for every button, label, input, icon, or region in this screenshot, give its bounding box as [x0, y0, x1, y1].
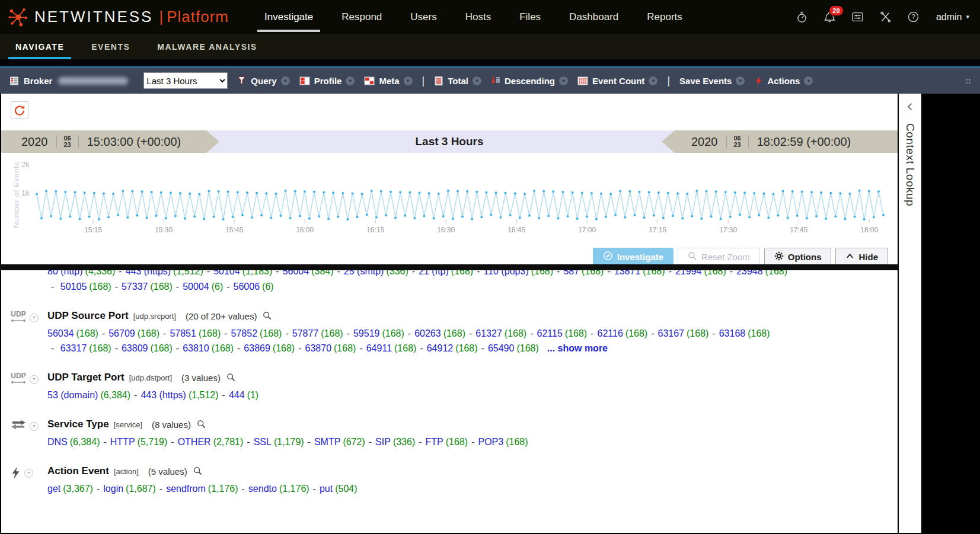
meta-group-title[interactable]: UDP Target Port — [47, 372, 125, 383]
meta-value-count[interactable]: (168) — [687, 328, 708, 338]
group-chevron-icon[interactable]: ▾ — [30, 375, 39, 384]
top-nav-item-respond[interactable]: Respond — [327, 0, 396, 34]
toolbar-query-button[interactable]: Query▾ — [237, 76, 289, 86]
meta-value-link[interactable]: 64911 — [366, 343, 392, 353]
meta-value-link[interactable]: put — [320, 484, 333, 494]
meta-value-link[interactable]: 57852 — [231, 328, 258, 338]
timer-icon[interactable] — [796, 11, 808, 23]
meta-value-count[interactable]: (672) — [343, 437, 365, 447]
meta-value-link[interactable]: 23948 — [736, 270, 763, 276]
start-time[interactable]: 15:03:00 (+00:00) — [79, 135, 189, 149]
meta-value-count[interactable]: (1,183) — [242, 270, 273, 276]
meta-value-count[interactable]: (1,512) — [173, 270, 203, 276]
meta-value-count[interactable]: (384) — [311, 270, 333, 276]
meta-value-count[interactable]: (168) — [150, 282, 172, 292]
meta-value-count[interactable]: (168) — [765, 270, 787, 276]
search-icon[interactable] — [263, 311, 272, 321]
meta-value-link[interactable]: 57877 — [292, 328, 319, 338]
help-icon[interactable]: ? — [907, 11, 920, 23]
meta-value-count[interactable]: (2,781) — [213, 437, 244, 447]
meta-value-link[interactable]: 50105 — [60, 282, 87, 292]
meta-value-link[interactable]: POP3 — [478, 437, 503, 447]
toolbar-profile-button[interactable]: Profile▾ — [299, 76, 355, 86]
meta-value-link[interactable]: get — [47, 484, 60, 494]
end-month-day[interactable]: 06 23 — [726, 135, 749, 148]
meta-value-count[interactable]: (168) — [748, 328, 770, 338]
meta-value-link[interactable]: 56034 — [47, 328, 74, 338]
meta-value-link[interactable]: 57851 — [170, 328, 196, 338]
start-month-day[interactable]: 06 23 — [56, 135, 79, 148]
start-year[interactable]: 2020 — [13, 135, 56, 149]
search-icon[interactable] — [197, 420, 206, 429]
meta-value-link[interactable]: 50004 — [183, 282, 209, 292]
meta-value-link[interactable]: 50104 — [213, 270, 240, 276]
meta-value-count[interactable]: (3,367) — [63, 484, 93, 494]
group-chevron-icon[interactable]: ▾ — [30, 422, 39, 431]
meta-group-title[interactable]: UDP Source Port — [47, 310, 129, 322]
meta-value-count[interactable]: (168) — [76, 328, 98, 338]
toolbar-save-events-button[interactable]: Save Events▾ — [679, 76, 745, 86]
top-nav-item-files[interactable]: Files — [505, 0, 555, 34]
meta-value-count[interactable]: (1,179) — [274, 437, 304, 447]
meta-value-count[interactable]: (168) — [273, 343, 295, 353]
meta-value-link[interactable]: FTP — [426, 437, 443, 447]
toolbar-meta-button[interactable]: Meta▾ — [364, 76, 412, 86]
meta-value-count[interactable]: (4,336) — [85, 270, 116, 276]
show-more-link[interactable]: ... show more — [547, 343, 608, 353]
meta-value-count[interactable]: (6,384) — [70, 437, 100, 447]
meta-value-count[interactable]: (168) — [643, 270, 665, 276]
group-chevron-icon[interactable]: ▾ — [24, 469, 33, 478]
meta-value-count[interactable]: (168) — [138, 328, 159, 338]
meta-value-link[interactable]: SIP — [375, 437, 391, 447]
toolbar-broker-button[interactable]: Broker — [9, 76, 128, 86]
meta-value-count[interactable]: (1,176) — [279, 484, 309, 494]
meta-value-link[interactable]: sendto — [248, 484, 277, 494]
meta-value-link[interactable]: 25 (smtp) — [344, 270, 384, 276]
search-icon[interactable] — [193, 466, 203, 476]
toolbar-descending-button[interactable]: Descending▾ — [491, 76, 568, 86]
meta-value-count[interactable]: (168) — [531, 270, 553, 276]
meta-value-link[interactable]: 443 (https) — [126, 270, 171, 276]
meta-value-count[interactable]: (168) — [212, 343, 234, 353]
meta-value-link[interactable]: 56006 — [234, 282, 260, 292]
meta-value-link[interactable]: 56709 — [108, 328, 135, 338]
meta-value-count[interactable]: (1,687) — [126, 484, 156, 494]
meta-value-link[interactable]: 587 — [563, 270, 579, 276]
meta-value-count[interactable]: (168) — [625, 328, 647, 338]
meta-value-count[interactable]: (336) — [386, 270, 408, 276]
meta-value-count[interactable]: (1,176) — [208, 484, 238, 494]
jobs-panel-icon[interactable] — [851, 11, 864, 23]
meta-value-count[interactable]: (168) — [382, 328, 404, 338]
time-range-end[interactable]: 2020 06 23 18:02:59 (+00:00) — [662, 130, 898, 153]
top-nav-item-dashboard[interactable]: Dashboard — [555, 0, 633, 34]
meta-value-count[interactable]: (168) — [89, 282, 111, 292]
context-lookup-title[interactable]: Context Lookup — [904, 123, 917, 206]
meta-value-link[interactable]: sendfrom — [166, 484, 206, 494]
hide-button[interactable]: Hide — [835, 248, 888, 266]
meta-value-link[interactable]: 63168 — [719, 328, 746, 338]
time-range-select[interactable]: Last 3 Hours — [143, 72, 228, 89]
toolbar-total-button[interactable]: Total▾ — [434, 76, 481, 86]
refresh-button[interactable] — [11, 101, 28, 119]
time-range-start[interactable]: 2020 06 23 15:03:00 (+00:00) — [1, 130, 231, 153]
meta-value-count[interactable]: (168) — [565, 328, 587, 338]
toolbar-actions-button[interactable]: Actions▾ — [754, 76, 813, 86]
meta-value-count[interactable]: (168) — [506, 437, 528, 447]
meta-value-link[interactable]: 63870 — [305, 343, 332, 353]
meta-value-count[interactable]: (168) — [446, 437, 468, 447]
meta-value-link[interactable]: 61327 — [475, 328, 502, 338]
meta-value-link[interactable]: 53 (domain) — [47, 390, 98, 400]
meta-value-count[interactable]: (504) — [335, 484, 357, 494]
meta-value-link[interactable]: 63810 — [183, 343, 209, 353]
meta-value-count[interactable]: (168) — [443, 328, 465, 338]
meta-group-title[interactable]: Action Event — [47, 465, 109, 477]
end-time[interactable]: 18:02:59 (+00:00) — [749, 135, 859, 149]
meta-value-link[interactable]: 62116 — [598, 328, 623, 338]
meta-value-link[interactable]: 56004 — [283, 270, 309, 276]
meta-value-link[interactable]: 63809 — [122, 343, 148, 353]
meta-value-count[interactable]: (6) — [262, 282, 274, 292]
meta-value-link[interactable]: HTTP — [110, 437, 135, 447]
meta-value-link[interactable]: 57337 — [122, 282, 148, 292]
meta-value-count[interactable]: (168) — [451, 270, 473, 276]
meta-value-link[interactable]: 63869 — [244, 343, 270, 353]
